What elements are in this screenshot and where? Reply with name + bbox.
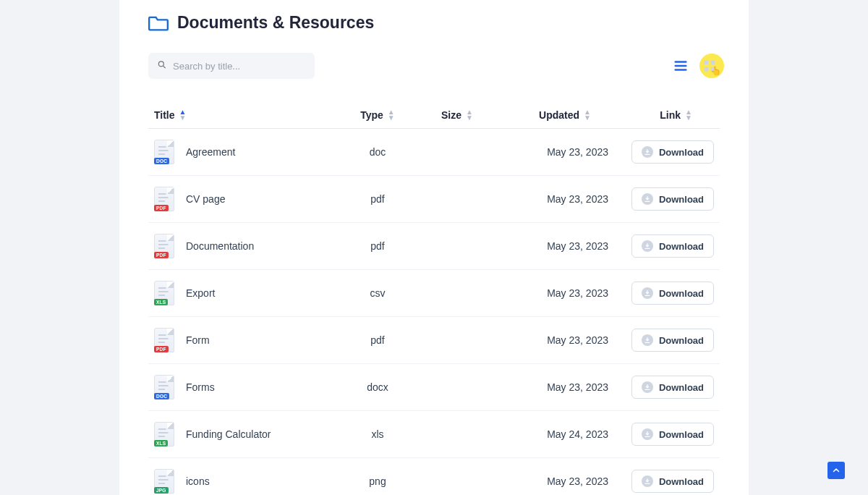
sort-icon: ▲▼ [179, 109, 187, 121]
file-title: Funding Calculator [186, 428, 271, 440]
file-badge: DOC [154, 158, 169, 164]
link-cell: Download [613, 376, 714, 399]
file-badge: XLS [154, 299, 168, 305]
updated-cell: May 23, 2023 [497, 146, 613, 158]
file-title: Export [186, 287, 215, 299]
updated-cell: May 23, 2023 [497, 475, 613, 487]
title-cell: JPG icons [154, 469, 338, 494]
file-badge: DOC [154, 393, 169, 399]
file-badge: PDF [154, 205, 169, 211]
type-cell: csv [338, 287, 417, 299]
link-cell: Download [613, 187, 714, 211]
table-row: PDF Form pdf May 23, 2023 Download [148, 317, 720, 364]
download-icon [642, 240, 653, 252]
column-header-title[interactable]: Title ▲▼ [154, 109, 338, 121]
svg-rect-7 [705, 67, 709, 72]
download-label: Download [659, 335, 704, 346]
column-header-label: Size [441, 109, 461, 121]
title-cell: PDF Form [154, 328, 338, 352]
title-cell: PDF CV page [154, 187, 338, 211]
link-cell: Download [613, 282, 714, 305]
column-header-type[interactable]: Type ▲▼ [338, 109, 417, 121]
type-cell: docx [338, 381, 417, 393]
file-title: Documentation [186, 240, 254, 252]
download-button[interactable]: Download [631, 140, 714, 164]
column-header-updated[interactable]: Updated ▲▼ [497, 109, 613, 121]
list-view-button[interactable] [671, 56, 691, 76]
download-button[interactable]: Download [631, 329, 714, 352]
table-header-row: Title ▲▼ Type ▲▼ Size ▲▼ Updated ▲▼ Link… [148, 102, 720, 129]
updated-cell: May 23, 2023 [497, 334, 613, 346]
download-label: Download [659, 241, 704, 252]
file-type-icon: DOC [154, 375, 174, 399]
file-badge: XLS [154, 440, 168, 447]
file-type-icon: XLS [154, 281, 174, 305]
download-button[interactable]: Download [631, 376, 714, 399]
type-cell: pdf [338, 240, 417, 252]
download-label: Download [659, 147, 704, 158]
column-header-label: Link [660, 109, 681, 121]
type-cell: xls [338, 428, 417, 440]
download-label: Download [659, 429, 704, 440]
svg-rect-5 [705, 61, 709, 65]
table-row: PDF CV page pdf May 23, 2023 Download [148, 176, 720, 223]
table-body: DOC Agreement doc May 23, 2023 Download … [148, 129, 720, 495]
file-type-icon: DOC [154, 140, 174, 164]
download-icon [642, 193, 653, 205]
type-cell: pdf [338, 193, 417, 205]
download-button[interactable]: Download [631, 470, 714, 493]
grid-view-button[interactable] [699, 56, 720, 76]
title-cell: PDF Documentation [154, 234, 338, 258]
download-icon [642, 381, 653, 393]
link-cell: Download [613, 234, 714, 258]
scroll-to-top-button[interactable] [827, 462, 845, 479]
file-title: Forms [186, 381, 215, 393]
download-label: Download [659, 476, 704, 487]
download-icon [642, 146, 653, 158]
file-type-icon: JPG [154, 469, 174, 494]
link-cell: Download [613, 140, 714, 164]
table-row: PDF Documentation pdf May 23, 2023 Downl… [148, 223, 720, 270]
download-button[interactable]: Download [631, 187, 714, 211]
page-container: Documents & Resources 👆 Title ▲▼ Type [119, 0, 749, 495]
sort-icon: ▲▼ [584, 109, 591, 121]
search-input[interactable] [148, 53, 315, 79]
download-icon [642, 475, 653, 487]
type-cell: pdf [338, 334, 417, 346]
updated-cell: May 23, 2023 [497, 193, 613, 205]
column-header-label: Updated [539, 109, 579, 121]
column-header-link[interactable]: Link ▲▼ [613, 109, 714, 121]
page-header: Documents & Resources [148, 13, 720, 33]
table-row: XLS Funding Calculator xls May 24, 2023 … [148, 411, 720, 458]
file-type-icon: XLS [154, 422, 174, 447]
updated-cell: May 23, 2023 [497, 240, 613, 252]
table-row: JPG icons png May 23, 2023 Download [148, 458, 720, 495]
file-title: CV page [186, 193, 225, 205]
link-cell: Download [613, 423, 714, 446]
download-label: Download [659, 288, 704, 299]
page-title: Documents & Resources [177, 13, 374, 33]
download-button[interactable]: Download [631, 423, 714, 446]
column-header-label: Type [360, 109, 383, 121]
svg-rect-6 [711, 61, 715, 65]
file-type-icon: PDF [154, 234, 174, 258]
link-cell: Download [613, 470, 714, 493]
type-cell: doc [338, 146, 417, 158]
download-label: Download [659, 382, 704, 393]
sort-icon: ▲▼ [388, 109, 395, 121]
download-label: Download [659, 194, 704, 205]
table-row: DOC Agreement doc May 23, 2023 Download [148, 129, 720, 176]
link-cell: Download [613, 329, 714, 352]
type-cell: png [338, 475, 417, 487]
toolbar: 👆 [148, 53, 720, 79]
download-button[interactable]: Download [631, 234, 714, 258]
download-icon [642, 428, 653, 440]
updated-cell: May 23, 2023 [497, 381, 613, 393]
file-badge: PDF [154, 252, 169, 258]
title-cell: DOC Agreement [154, 140, 338, 164]
download-button[interactable]: Download [631, 282, 714, 305]
file-title: Form [186, 334, 210, 346]
download-icon [642, 334, 653, 346]
title-cell: XLS Export [154, 281, 338, 305]
column-header-size[interactable]: Size ▲▼ [417, 109, 497, 121]
